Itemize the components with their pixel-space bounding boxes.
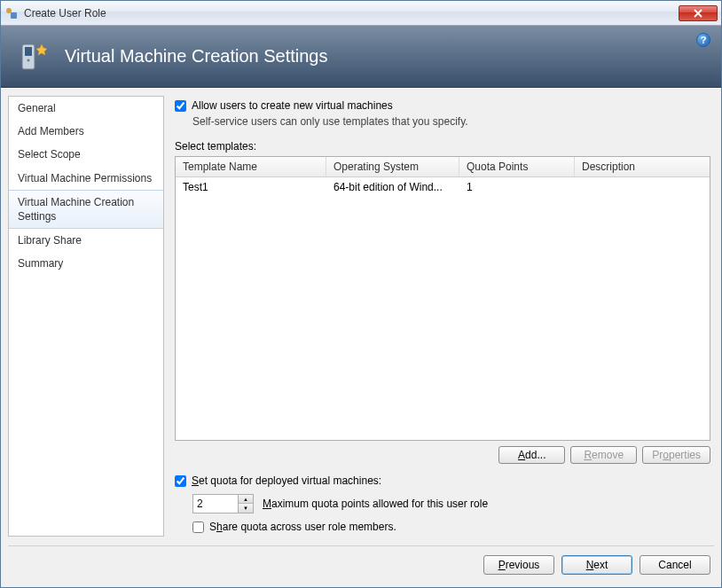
- allow-create-label[interactable]: Allow users to create new virtual machin…: [192, 99, 393, 112]
- share-quota-checkbox[interactable]: [192, 521, 204, 533]
- svg-point-0: [6, 8, 12, 13]
- sidebar-item-library-share[interactable]: Library Share: [9, 229, 163, 252]
- previous-button[interactable]: Previous: [483, 555, 554, 575]
- column-quota-points[interactable]: Quota Points: [459, 157, 575, 176]
- titlebar[interactable]: Create User Role: [1, 1, 721, 26]
- table-buttons: Add... Remove Properties: [175, 446, 710, 464]
- spinner-up[interactable]: ▲: [239, 495, 253, 504]
- svg-rect-1: [11, 12, 17, 19]
- sidebar-item-summary[interactable]: Summary: [9, 252, 163, 275]
- main-area: General Add Members Select Scope Virtual…: [8, 96, 714, 537]
- column-template-name[interactable]: Template Name: [176, 157, 326, 176]
- select-templates-label: Select templates:: [175, 140, 710, 153]
- wizard-footer: Previous Next Cancel: [8, 545, 714, 580]
- spinner-down[interactable]: ▼: [239, 504, 253, 513]
- allow-create-row: Allow users to create new virtual machin…: [175, 99, 710, 112]
- quota-spinner: ▲ ▼: [192, 494, 254, 514]
- table-row[interactable]: Test1 64-bit edition of Wind... 1: [176, 177, 710, 197]
- cancel-button[interactable]: Cancel: [640, 555, 710, 575]
- set-quota-checkbox[interactable]: [175, 475, 186, 487]
- cell-os: 64-bit edition of Wind...: [326, 179, 459, 195]
- table-body[interactable]: Test1 64-bit edition of Wind... 1: [176, 177, 710, 440]
- content-area: General Add Members Select Scope Virtual…: [1, 89, 721, 587]
- remove-button: Remove: [570, 446, 637, 464]
- share-quota-label[interactable]: Share quota across user role members.: [209, 521, 396, 533]
- spinner-buttons: ▲ ▼: [239, 494, 254, 514]
- sidebar-item-vm-permissions[interactable]: Virtual Machine Permissions: [9, 167, 163, 190]
- banner: Virtual Machine Creation Settings ?: [1, 26, 721, 88]
- wizard-steps-sidebar: General Add Members Select Scope Virtual…: [8, 96, 164, 537]
- quota-desc-label: Maximum quota points allowed for this us…: [263, 498, 488, 510]
- quota-section: Set quota for deployed virtual machines:…: [175, 474, 710, 537]
- settings-panel: Allow users to create new virtual machin…: [175, 96, 714, 537]
- window-title: Create User Role: [24, 7, 679, 20]
- share-quota-row: Share quota across user role members.: [192, 521, 710, 533]
- dialog-window: Create User Role Virtual Machine Creatio…: [0, 0, 722, 588]
- allow-create-hint: Self-service users can only use template…: [192, 115, 710, 128]
- column-operating-system[interactable]: Operating System: [326, 157, 459, 176]
- wizard-icon: [17, 39, 52, 74]
- cell-desc: [575, 179, 710, 195]
- properties-button: Properties: [642, 446, 710, 464]
- svg-point-4: [27, 59, 30, 61]
- set-quota-label[interactable]: Set quota for deployed virtual machines:: [192, 474, 381, 487]
- add-button[interactable]: Add...: [498, 446, 565, 464]
- cell-template-name: Test1: [176, 179, 326, 195]
- app-icon: [4, 6, 19, 20]
- column-description[interactable]: Description: [575, 157, 710, 176]
- sidebar-item-vm-creation-settings[interactable]: Virtual Machine Creation Settings: [9, 190, 163, 229]
- help-icon[interactable]: ?: [696, 33, 710, 47]
- quota-row: ▲ ▼ Maximum quota points allowed for thi…: [192, 494, 710, 514]
- cell-quota: 1: [459, 179, 575, 195]
- quota-input[interactable]: [192, 494, 239, 514]
- next-button[interactable]: Next: [561, 555, 632, 575]
- page-title: Virtual Machine Creation Settings: [65, 46, 327, 67]
- allow-create-checkbox[interactable]: [175, 100, 186, 112]
- close-button[interactable]: [679, 5, 718, 21]
- sidebar-item-general[interactable]: General: [9, 97, 163, 120]
- sidebar-item-add-members[interactable]: Add Members: [9, 120, 163, 143]
- sidebar-item-select-scope[interactable]: Select Scope: [9, 143, 163, 166]
- svg-rect-3: [25, 47, 32, 56]
- set-quota-row: Set quota for deployed virtual machines:: [175, 474, 710, 487]
- table-header: Template Name Operating System Quota Poi…: [176, 157, 710, 177]
- templates-table: Template Name Operating System Quota Poi…: [175, 156, 710, 441]
